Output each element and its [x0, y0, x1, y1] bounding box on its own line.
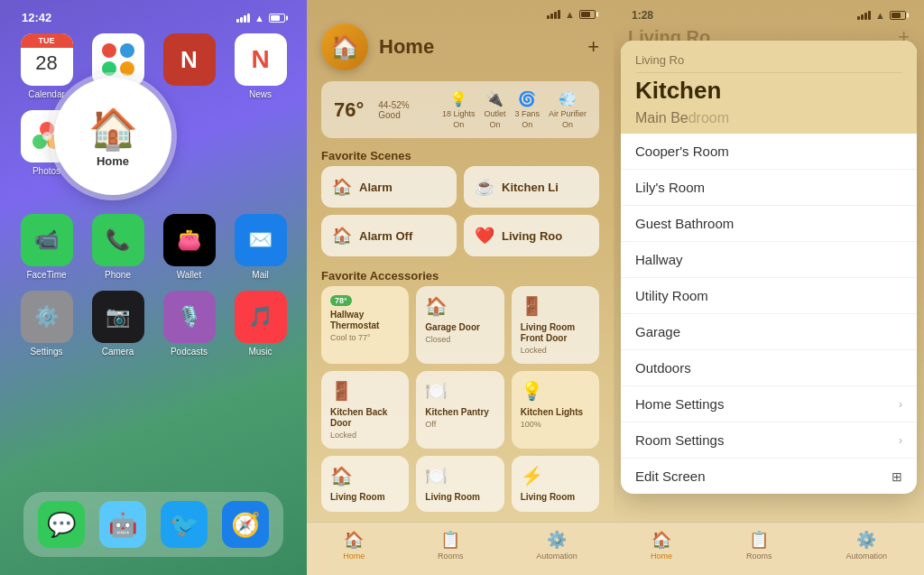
battery-icon-2	[579, 10, 596, 19]
dropdown-outdoors[interactable]: Outdoors	[621, 350, 917, 386]
tab-rooms-2[interactable]: 📋 Rooms	[438, 530, 464, 561]
add-button-2[interactable]: +	[587, 35, 599, 59]
air-purifier-chip[interactable]: 💨 Air Purifier On	[549, 90, 587, 129]
battery-icon	[269, 14, 285, 23]
scene-alarm-off-label: Alarm Off	[359, 229, 412, 243]
grid-icon: ⊞	[892, 469, 902, 484]
home-app-highlight[interactable]: 🏠 Home	[54, 78, 171, 195]
status-icons-3: ▲	[857, 10, 906, 21]
dropdown-garage[interactable]: Garage	[621, 314, 917, 350]
status-bar-1: 12:42 ▲	[0, 0, 307, 28]
weather-bar: 76° 44-52% Good 💡 18 Lights On 🔌 Outlet …	[321, 81, 599, 138]
signal-icon	[236, 14, 250, 23]
scenes-grid: 🏠 Alarm ☕ Kitchen Li 🏠 Alarm Off ❤️ Livi…	[307, 166, 614, 256]
phone-3: 1:28 ▲ Living Ro + 🌀	[614, 0, 924, 575]
accessories-bottom: 🏠 Living Room 🍽️ Living Room ⚡ Living Ro…	[307, 456, 614, 512]
status-bar-2: ▲	[307, 0, 614, 23]
tab-automation-2[interactable]: ⚙️ Automation	[536, 530, 578, 561]
favorite-accessories-label: Favorite Accessories	[307, 262, 614, 286]
signal-icon-2	[547, 10, 560, 19]
tab-bar-2: 🏠 Home 📋 Rooms ⚙️ Automation	[307, 522, 614, 575]
back-door-card[interactable]: 🚪 Kitchen Back Door Locked	[321, 371, 409, 449]
app-news[interactable]: N News	[230, 33, 291, 99]
app-mail[interactable]: ✉️ Mail	[230, 214, 291, 280]
status-icons-1: ▲	[236, 13, 285, 23]
living-room-icon: ❤️	[475, 226, 494, 246]
fans-chip[interactable]: 🌀 3 Fans On	[514, 90, 540, 129]
status-bar-3: 1:28 ▲	[614, 0, 924, 25]
temp-badge: 78°	[330, 295, 352, 306]
phone-2: ▲ 🏠 Home + 76° 44-52% Good 💡 18 Lights O…	[307, 0, 614, 575]
app-settings[interactable]: ⚙️ Settings	[16, 291, 77, 357]
garage-door-card[interactable]: 🏠 Garage Door Closed	[416, 286, 504, 364]
lights-chip[interactable]: 💡 18 Lights On	[442, 90, 476, 129]
chevron-icon: ›	[899, 398, 902, 411]
svg-point-3	[42, 132, 51, 141]
kitchen-lights-icon: ☕	[475, 177, 494, 197]
favorite-scenes-label: Favorite Scenes	[307, 142, 614, 166]
home-house-icon: 🏠	[88, 106, 138, 153]
app-camera[interactable]: 📷 Camera	[88, 291, 148, 357]
dropdown-home-settings[interactable]: Home Settings ›	[621, 386, 917, 422]
dropdown-top-section: Living Ro Kitchen Main Bedroom	[621, 41, 917, 134]
scene-alarm-off[interactable]: 🏠 Alarm Off	[321, 215, 457, 256]
dropdown-utility-room[interactable]: Utility Room	[621, 278, 917, 314]
home-logo: 🏠	[321, 23, 368, 70]
dropdown-main-bedroom[interactable]: Main Bedroom	[635, 108, 902, 128]
dock: 💬 🤖 🐦 🧭	[23, 492, 283, 557]
time-1: 12:42	[22, 11, 51, 24]
wifi-icon-2: ▲	[565, 9, 575, 20]
dropdown-lilys-room[interactable]: Lily's Room	[621, 170, 917, 206]
accessories-grid: 78° Hallway Thermostat Cool to 77° 🏠 Gar…	[307, 286, 614, 449]
tab-home-2[interactable]: 🏠 Home	[343, 530, 365, 561]
battery-icon-3	[890, 11, 906, 20]
pantry-card[interactable]: 🍽️ Kitchen Pantry Off	[416, 371, 504, 449]
dropdown-guest-bathroom[interactable]: Guest Bathroom	[621, 206, 917, 242]
dropdown-overlay: Living Ro Kitchen Main Bedroom Cooper's …	[614, 41, 924, 575]
living-room-card-2[interactable]: 🍽️ Living Room	[416, 456, 504, 512]
alarm-icon: 🏠	[332, 177, 352, 197]
chevron-icon-2: ›	[899, 434, 902, 447]
dropdown-edit-screen[interactable]: Edit Screen ⊞	[621, 459, 917, 494]
outlet-chip[interactable]: 🔌 Outlet On	[484, 90, 505, 129]
alarm-off-icon: 🏠	[332, 226, 352, 246]
scene-living-room[interactable]: ❤️ Living Roo	[464, 215, 599, 256]
home-header-2: 🏠 Home +	[307, 23, 614, 78]
phone-1: 12:42 ▲ TUE 28 Calendar	[0, 0, 307, 575]
kitchen-lights-card[interactable]: 💡 Kitchen Lights 100%	[512, 371, 599, 449]
home-title-2: Home	[379, 35, 587, 59]
app-facetime[interactable]: 📹 FaceTime	[16, 214, 77, 280]
scene-alarm-label: Alarm	[359, 181, 393, 194]
temperature: 76°	[334, 98, 364, 122]
thermostat-card[interactable]: 78° Hallway Thermostat Cool to 77°	[321, 286, 409, 364]
time-3: 1:28	[632, 9, 653, 22]
dock-robot[interactable]: 🤖	[99, 501, 146, 548]
dropdown-kitchen[interactable]: Kitchen	[635, 73, 902, 108]
home-app-label: Home	[97, 154, 129, 168]
living-room-card-3[interactable]: ⚡ Living Room	[512, 456, 599, 512]
dropdown-coopers-room[interactable]: Cooper's Room	[621, 134, 917, 170]
wifi-icon: ▲	[254, 13, 264, 23]
app-wallet[interactable]: 👛 Wallet	[159, 214, 219, 280]
signal-icon-3	[857, 11, 871, 20]
app-phone[interactable]: 📞 Phone	[88, 214, 148, 280]
status-icons-2: ▲	[547, 9, 596, 20]
dock-safari[interactable]: 🧭	[222, 501, 269, 548]
dropdown-room-settings[interactable]: Room Settings ›	[621, 422, 917, 459]
scene-kitchen-lights-label: Kitchen Li	[502, 181, 559, 194]
dock-messages[interactable]: 💬	[38, 501, 85, 548]
living-room-card-1[interactable]: 🏠 Living Room	[321, 456, 409, 512]
dropdown-hallway[interactable]: Hallway	[621, 242, 917, 278]
wifi-icon-3: ▲	[875, 10, 885, 21]
scene-kitchen-lights[interactable]: ☕ Kitchen Li	[464, 166, 599, 208]
scene-alarm[interactable]: 🏠 Alarm	[321, 166, 457, 208]
app-podcasts[interactable]: 🎙️ Podcasts	[159, 291, 219, 357]
app-music[interactable]: 🎵 Music	[230, 291, 291, 357]
dropdown-living-ro[interactable]: Living Ro	[635, 46, 902, 73]
dock-bird[interactable]: 🐦	[161, 501, 208, 548]
scene-living-room-label: Living Roo	[502, 229, 562, 243]
room-dropdown: Living Ro Kitchen Main Bedroom Cooper's …	[621, 41, 917, 494]
front-door-card[interactable]: 🚪 Living Room Front Door Locked	[512, 286, 599, 364]
